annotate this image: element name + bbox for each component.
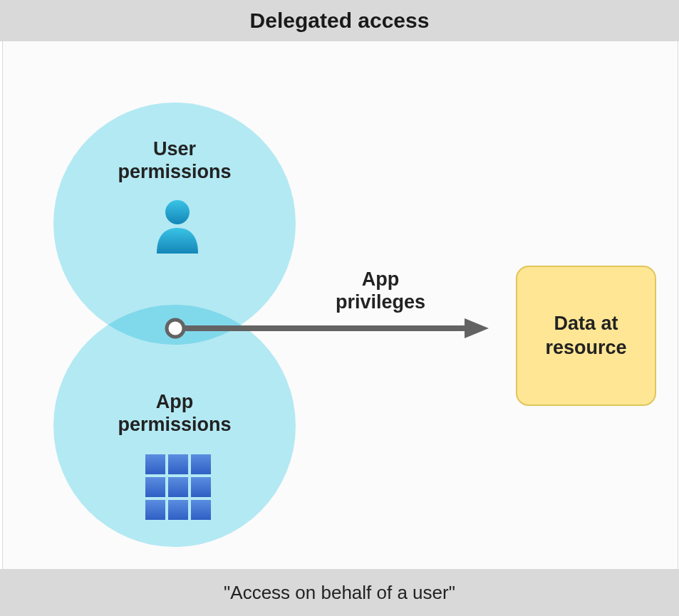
- user-icon: [152, 198, 202, 254]
- svg-rect-4: [145, 477, 165, 497]
- footer-caption: "Access on behalf of a user": [224, 582, 455, 603]
- intersection-arrow: [161, 314, 489, 343]
- svg-marker-11: [465, 318, 489, 338]
- data-at-resource-box: Data atresource: [516, 266, 656, 406]
- footer-banner: "Access on behalf of a user": [0, 569, 679, 616]
- svg-point-0: [165, 200, 190, 224]
- svg-point-12: [167, 320, 184, 337]
- svg-rect-2: [168, 454, 188, 474]
- diagram-canvas: Delegated access Userpermissions Appperm…: [0, 0, 679, 616]
- svg-rect-9: [191, 500, 211, 520]
- svg-rect-3: [191, 454, 211, 474]
- resource-label: Data atresource: [545, 312, 626, 360]
- svg-rect-1: [145, 454, 165, 474]
- svg-rect-6: [191, 477, 211, 497]
- svg-rect-7: [145, 500, 165, 520]
- app-permissions-label: Apppermissions: [68, 390, 281, 437]
- svg-rect-5: [168, 477, 188, 497]
- diagram-body: Userpermissions Apppermissions: [2, 41, 678, 569]
- arrow-label: Appprivileges: [316, 268, 445, 314]
- title-text: Delegated access: [250, 9, 430, 32]
- user-permissions-label: Userpermissions: [68, 137, 281, 184]
- svg-rect-8: [168, 500, 188, 520]
- title-banner: Delegated access: [0, 0, 679, 41]
- app-grid-icon: [145, 454, 211, 520]
